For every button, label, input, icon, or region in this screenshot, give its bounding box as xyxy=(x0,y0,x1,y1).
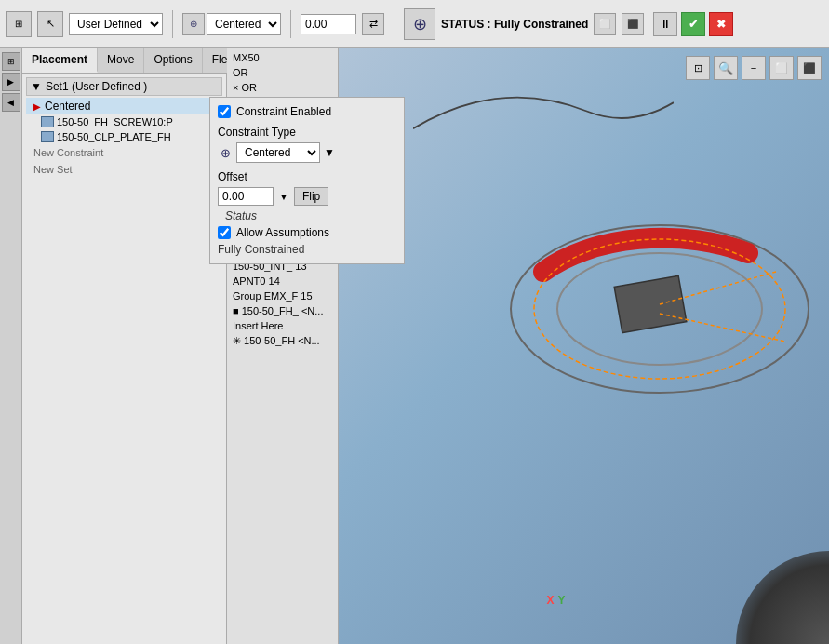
constraint-enabled-row: Constraint Enabled xyxy=(218,105,396,118)
user-defined-select[interactable]: User Defined xyxy=(69,13,163,35)
svg-rect-3 xyxy=(614,275,687,332)
fit-btn[interactable]: ⊡ xyxy=(686,56,710,80)
ok-button[interactable]: ✔ xyxy=(681,12,705,36)
flip-button[interactable]: Flip xyxy=(294,187,328,206)
panel-area: Placement Move Options Flexibility Prope… xyxy=(22,48,227,644)
cancel-button[interactable]: ✖ xyxy=(709,12,733,36)
centered-type-icon: ⊕ xyxy=(218,145,233,160)
main-layout: ⊞ ▶ ◀ Placement Move Options Flexibility… xyxy=(0,48,829,644)
list-item[interactable]: APNT0 14 xyxy=(227,274,338,288)
constraint-panel: Constraint Enabled Constraint Type ⊕ Cen… xyxy=(209,97,405,264)
separator2 xyxy=(290,10,291,38)
tree-panel: ▼ Set1 (User Defined ) ▶ Centered 150-50… xyxy=(22,74,226,644)
new-set-btn[interactable]: New Set xyxy=(26,161,222,178)
fully-constrained-text: Fully Constrained xyxy=(218,243,396,256)
list-item[interactable]: MX50 xyxy=(227,50,338,65)
tree-constraint-label: Centered xyxy=(45,100,90,113)
view-btn1[interactable]: ⬜ xyxy=(769,56,794,80)
action-buttons: ⏸ ✔ ✖ xyxy=(653,12,733,36)
list-item[interactable]: Group EMX_F 15 xyxy=(227,288,338,303)
offset-label: Offset xyxy=(218,170,396,183)
constraint-enabled-label: Constraint Enabled xyxy=(236,105,331,118)
allow-assumptions-checkbox[interactable] xyxy=(218,226,231,239)
separator3 xyxy=(394,10,394,38)
list-item[interactable]: OR xyxy=(227,65,338,80)
view-mode-btn2[interactable]: ⬛ xyxy=(622,13,644,35)
view-btn2[interactable]: ⬛ xyxy=(797,56,822,80)
list-item[interactable]: ✳ 150-50_FH <N... xyxy=(227,333,338,349)
list-item[interactable]: Insert Here xyxy=(227,318,338,333)
new-constraint-btn[interactable]: New Constraint xyxy=(26,144,222,161)
tree-constraint-item[interactable]: ▶ Centered xyxy=(26,98,222,114)
status-text: STATUS : Fully Constrained xyxy=(441,18,588,31)
axis-y-label: Y xyxy=(558,594,566,607)
offset-row: ▼ Flip xyxy=(218,187,396,206)
component-icon-2 xyxy=(41,131,54,142)
constraint-icon: ⊕ xyxy=(182,13,205,35)
sidebar-icon-2[interactable]: ▶ xyxy=(2,73,20,91)
zoom-out-btn[interactable]: − xyxy=(742,56,766,80)
viewport[interactable]: ⊡ 🔍 − ⬜ ⬛ X Y xyxy=(339,48,829,644)
offset-input[interactable] xyxy=(301,14,356,34)
axis-indicator: X Y xyxy=(547,594,566,607)
axis-x-label: X xyxy=(547,594,555,607)
list-item[interactable]: ■ 150-50_FH_ <N... xyxy=(227,303,338,318)
offset-value-input[interactable] xyxy=(218,187,274,206)
tree-group-header[interactable]: ▼ Set1 (User Defined ) xyxy=(26,77,222,96)
panel-tabs: Placement Move Options Flexibility Prope… xyxy=(22,48,226,74)
component-icon-1 xyxy=(41,116,54,127)
flip-icon[interactable]: ⇄ xyxy=(362,13,384,35)
viewport-toolbar: ⊡ 🔍 − ⬜ ⬛ xyxy=(686,56,822,80)
constraint-enabled-checkbox[interactable] xyxy=(218,105,231,118)
list-item[interactable]: × OR xyxy=(227,80,338,95)
zoom-in-btn[interactable]: 🔍 xyxy=(714,56,738,80)
status-value: Status xyxy=(225,209,257,222)
sidebar-icon-3[interactable]: ◀ xyxy=(2,93,20,112)
top-toolbar: ⊞ ↖ User Defined ⊕ Centered ⇄ ⊕ STATUS :… xyxy=(0,0,829,48)
constraint-type-label: Constraint Type xyxy=(218,126,396,139)
tab-move[interactable]: Move xyxy=(98,48,144,73)
component-label-2: 150-50_CLP_PLATE_FH xyxy=(57,131,171,142)
constraint-arrow-icon: ▶ xyxy=(33,101,41,112)
status-icon: ⊕ xyxy=(404,8,435,40)
constraint-type-row: ⊕ Centered ▼ xyxy=(218,142,396,163)
left-sidebar: ⊞ ▶ ◀ xyxy=(0,48,22,644)
tree-component-2[interactable]: 150-50_CLP_PLATE_FH xyxy=(26,129,222,144)
allow-assumptions-row: Allow Assumptions xyxy=(218,226,396,239)
tab-placement[interactable]: Placement xyxy=(22,48,98,73)
tree-expand-icon: ▼ xyxy=(31,80,42,93)
view-mode-btn1[interactable]: ⬜ xyxy=(594,13,616,35)
assembly-svg xyxy=(497,160,822,421)
constraint-type-dropdown-icon[interactable]: ▼ xyxy=(324,146,335,159)
allow-assumptions-label: Allow Assumptions xyxy=(236,226,329,239)
tab-options[interactable]: Options xyxy=(144,48,202,73)
arrow-icon-btn[interactable]: ↖ xyxy=(37,11,63,37)
tree-group-label: Set1 (User Defined ) xyxy=(46,80,147,93)
constraint-type-select[interactable]: Centered xyxy=(236,142,320,163)
tree-component-1[interactable]: 150-50_FH_SCREW10:P xyxy=(26,114,222,129)
top-curve-svg xyxy=(413,76,674,146)
centered-select[interactable]: Centered xyxy=(207,13,281,35)
sidebar-icon-1[interactable]: ⊞ xyxy=(2,52,20,71)
offset-dropdown-icon[interactable]: ▼ xyxy=(279,192,288,202)
component-label-1: 150-50_FH_SCREW10:P xyxy=(57,116,173,127)
corner-decoration xyxy=(736,551,829,644)
grid-icon-btn[interactable]: ⊞ xyxy=(6,11,32,37)
pause-button[interactable]: ⏸ xyxy=(653,12,677,36)
separator1 xyxy=(172,10,173,38)
